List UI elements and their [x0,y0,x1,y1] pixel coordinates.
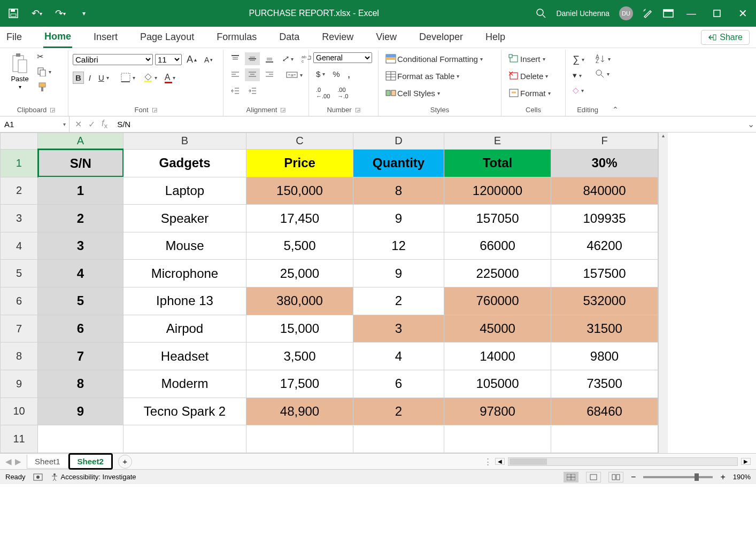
cell-B6[interactable]: Iphone 13 [124,287,246,315]
cell-A3[interactable]: 2 [38,205,124,232]
cell-C2[interactable]: 150,000 [246,177,353,205]
cell-D10[interactable]: 2 [353,398,444,425]
cell-F8[interactable]: 9800 [551,342,658,370]
cell-D7[interactable]: 3 [353,315,444,342]
tab-review[interactable]: Review [321,27,354,47]
share-button[interactable]: Share [701,30,750,45]
cell-B5[interactable]: Microphone [124,260,246,287]
merge-center-button[interactable]: a [283,68,305,81]
cell-C9[interactable]: 17,500 [246,370,353,398]
cell-D6[interactable]: 2 [353,287,444,315]
redo-icon[interactable]: ↷▾ [52,5,68,21]
borders-button[interactable] [118,71,138,84]
qat-customize-icon[interactable]: ▾ [76,5,92,21]
cell-D8[interactable]: 4 [353,342,444,370]
row-header-5[interactable]: 5 [1,260,38,287]
row-header-6[interactable]: 6 [1,287,38,315]
decrease-font-button[interactable]: A▾ [202,54,215,66]
align-top-button[interactable] [228,52,243,65]
normal-view-button[interactable] [564,472,578,482]
sort-filter-button[interactable]: AZ [592,52,613,65]
copy-button[interactable] [34,65,54,78]
sheet-tab-1[interactable]: Sheet1 [27,455,68,469]
macro-record-icon[interactable] [33,473,43,481]
cell-E11[interactable] [444,425,551,453]
cell-B11[interactable] [124,425,246,453]
cell-F6[interactable]: 532000 [551,287,658,315]
cell-A5[interactable]: 4 [38,260,124,287]
conditional-formatting-button[interactable]: Conditional Formatting [383,52,485,65]
underline-button[interactable]: U [96,72,112,84]
format-painter-button[interactable] [34,80,54,94]
enter-entry-icon[interactable]: ✓ [88,119,95,129]
cell-F11[interactable] [551,425,658,453]
cell-B9[interactable]: Moderm [124,370,246,398]
font-size-select[interactable]: 11 [155,54,182,65]
fill-button[interactable]: ▾ [570,69,587,82]
cell-D5[interactable]: 9 [353,260,444,287]
select-all-button[interactable] [1,133,38,150]
tab-formulas[interactable]: Formulas [215,27,258,47]
cell-D2[interactable]: 8 [353,177,444,205]
cell-E4[interactable]: 66000 [444,232,551,260]
cell-A2[interactable]: 1 [38,177,124,205]
cell-styles-button[interactable]: Cell Styles [383,87,443,99]
row-header-7[interactable]: 7 [1,315,38,342]
cell-E10[interactable]: 97800 [444,398,551,425]
dialog-launcher-icon[interactable]: ◲ [280,106,286,113]
align-right-button[interactable] [262,68,277,81]
save-icon[interactable] [5,5,21,21]
tab-data[interactable]: Data [278,27,300,47]
cell-B7[interactable]: Airpod [124,315,246,342]
row-header-8[interactable]: 8 [1,342,38,370]
fill-color-button[interactable] [140,71,160,84]
search-icon[interactable] [536,8,546,19]
fx-icon[interactable]: fx [102,119,107,130]
paste-button[interactable]: Paste ▾ [9,50,31,92]
tab-page-layout[interactable]: Page Layout [139,27,195,47]
align-center-button[interactable] [245,68,260,81]
maximize-icon[interactable] [709,5,725,21]
cancel-entry-icon[interactable]: ✕ [75,119,82,129]
align-left-button[interactable] [228,68,243,81]
italic-button[interactable]: I [86,72,94,84]
increase-indent-button[interactable] [245,84,260,97]
cell-F2[interactable]: 840000 [551,177,658,205]
font-color-button[interactable]: A [162,71,178,84]
comma-format-button[interactable]: , [345,66,353,82]
cell-F10[interactable]: 68460 [551,398,658,425]
cell-C11[interactable] [246,425,353,453]
cell-C1[interactable]: Price [246,149,353,177]
cell-A8[interactable]: 7 [38,342,124,370]
cell-A7[interactable]: 6 [38,315,124,342]
decrease-indent-button[interactable] [228,84,243,97]
cell-F5[interactable]: 157500 [551,260,658,287]
cell-C5[interactable]: 25,000 [246,260,353,287]
increase-font-button[interactable]: A▴ [184,52,199,67]
row-header-11[interactable]: 11 [1,425,38,453]
zoom-in-button[interactable]: + [720,472,725,482]
add-sheet-button[interactable]: + [118,455,132,469]
clear-button[interactable]: ◇ [570,84,587,97]
accessibility-button[interactable]: Accessibility: Investigate [50,473,136,481]
cell-B4[interactable]: Mouse [124,232,246,260]
cell-F7[interactable]: 31500 [551,315,658,342]
column-header-B[interactable]: B [124,133,246,150]
cell-C6[interactable]: 380,000 [246,287,353,315]
cell-A1[interactable]: S/N [38,149,124,177]
draw-mode-icon[interactable] [643,8,653,19]
dialog-launcher-icon[interactable]: ◲ [50,106,55,113]
cell-C3[interactable]: 17,450 [246,205,353,232]
dialog-launcher-icon[interactable]: ◲ [355,106,360,113]
cell-F3[interactable]: 109935 [551,205,658,232]
formula-input[interactable] [113,120,745,129]
cell-E9[interactable]: 105000 [444,370,551,398]
cell-B8[interactable]: Headset [124,342,246,370]
font-name-select[interactable]: Calibri [73,54,153,65]
zoom-slider[interactable] [643,476,713,478]
format-cells-button[interactable]: Format [506,87,553,99]
sheet-nav-prev-icon[interactable]: ◀ [5,457,12,466]
cell-F1[interactable]: 30% [551,149,658,177]
cell-E1[interactable]: Total [444,149,551,177]
cell-A10[interactable]: 9 [38,398,124,425]
